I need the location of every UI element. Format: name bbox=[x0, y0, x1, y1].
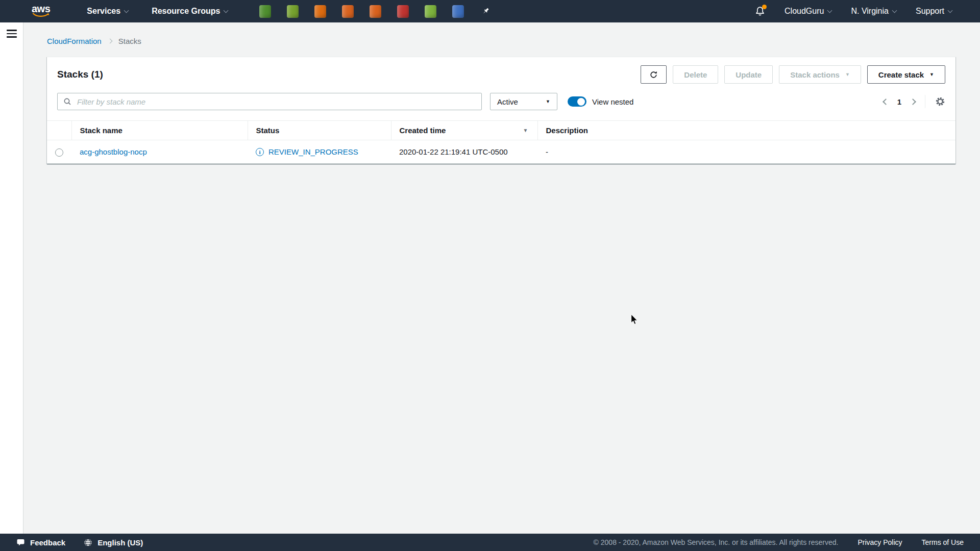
support-label: Support bbox=[916, 7, 944, 16]
search-icon bbox=[63, 97, 71, 106]
created-time-label: Created time bbox=[400, 126, 446, 135]
created-time-value: 2020-01-22 21:19:41 UTC-0500 bbox=[391, 140, 537, 164]
divider bbox=[925, 95, 925, 108]
speech-bubble-icon bbox=[16, 538, 25, 546]
status-link[interactable]: REVIEW_IN_PROGRESS bbox=[268, 147, 358, 156]
main-shell: CloudFormation Stacks Stacks (1) bbox=[0, 22, 980, 534]
top-nav-bar: aws Services Resource Groups bbox=[0, 0, 980, 22]
row-select-radio[interactable] bbox=[55, 148, 63, 157]
pinned-service-icon-7[interactable] bbox=[425, 5, 436, 18]
terms-of-use-link[interactable]: Terms of Use bbox=[922, 538, 964, 546]
create-stack-button[interactable]: Create stack ▼ bbox=[867, 65, 945, 84]
nav-services-label: Services bbox=[87, 7, 120, 16]
nav-services-menu[interactable]: Services bbox=[87, 7, 128, 16]
top-nav-right: CloudGuru N. Virginia Support bbox=[755, 6, 952, 17]
delete-button[interactable]: Delete bbox=[673, 65, 718, 84]
toggle-knob bbox=[577, 98, 585, 106]
pushpin-icon[interactable] bbox=[480, 5, 492, 18]
side-navigation-rail bbox=[0, 22, 23, 534]
breadcrumb-stacks: Stacks bbox=[118, 37, 141, 45]
feedback-label: Feedback bbox=[30, 538, 65, 547]
preferences-gear-icon[interactable] bbox=[935, 96, 945, 107]
stack-count: (1) bbox=[91, 69, 103, 80]
stack-filter-input[interactable] bbox=[76, 97, 476, 107]
sort-descending-icon: ▼ bbox=[523, 128, 528, 133]
nav-resource-groups-menu[interactable]: Resource Groups bbox=[152, 7, 228, 16]
pagination: 1 bbox=[884, 95, 945, 108]
main-content: CloudFormation Stacks Stacks (1) bbox=[23, 22, 980, 164]
chevron-down-icon bbox=[124, 8, 129, 13]
stacks-panel: Stacks (1) Delete Update bbox=[47, 57, 955, 164]
region-menu[interactable]: N. Virginia bbox=[851, 7, 896, 16]
pinned-service-icon-1[interactable] bbox=[259, 5, 271, 18]
chevron-down-icon bbox=[948, 8, 953, 13]
copyright-text: © 2008 - 2020, Amazon Web Services, Inc.… bbox=[594, 538, 839, 546]
status-filter-select[interactable]: Active ▼ bbox=[490, 93, 557, 110]
aws-logo-text: aws bbox=[32, 5, 50, 13]
stack-actions-dropdown-button[interactable]: Stack actions ▼ bbox=[779, 65, 861, 84]
refresh-button[interactable] bbox=[641, 65, 667, 84]
footer-right: © 2008 - 2020, Amazon Web Services, Inc.… bbox=[594, 538, 964, 546]
account-label: CloudGuru bbox=[785, 7, 824, 16]
chevron-down-icon: ▼ bbox=[929, 72, 934, 77]
column-header-description: Description bbox=[537, 121, 955, 140]
column-header-stack-name: Stack name bbox=[71, 121, 248, 140]
hamburger-menu-icon[interactable] bbox=[7, 30, 17, 40]
column-header-created-time[interactable]: Created time ▼ bbox=[391, 121, 537, 140]
pinned-service-icon-6[interactable] bbox=[397, 5, 409, 18]
pinned-service-icon-5[interactable] bbox=[370, 5, 381, 18]
account-menu[interactable]: CloudGuru bbox=[785, 7, 831, 16]
info-icon[interactable]: i bbox=[256, 148, 264, 156]
feedback-button[interactable]: Feedback bbox=[16, 538, 65, 547]
notifications-bell-icon[interactable] bbox=[755, 6, 765, 17]
console-footer: Feedback English (US) © 2008 - 2020, Ama… bbox=[0, 534, 980, 551]
support-menu[interactable]: Support bbox=[916, 7, 952, 16]
pinned-service-icon-4[interactable] bbox=[342, 5, 354, 18]
region-label: N. Virginia bbox=[851, 7, 889, 16]
language-selector[interactable]: English (US) bbox=[84, 538, 143, 547]
refresh-icon bbox=[649, 70, 658, 79]
view-nested-label: View nested bbox=[592, 97, 633, 106]
breadcrumb-cloudformation-link[interactable]: CloudFormation bbox=[47, 37, 102, 45]
pinned-service-icon-3[interactable] bbox=[314, 5, 326, 18]
status-badge: i REVIEW_IN_PROGRESS bbox=[256, 147, 390, 156]
aws-console: aws Services Resource Groups bbox=[0, 0, 980, 551]
nav-resource-groups-label: Resource Groups bbox=[152, 7, 220, 16]
language-label: English (US) bbox=[97, 538, 143, 547]
select-all-column-header bbox=[47, 121, 71, 140]
stacks-panel-header: Stacks (1) Delete Update bbox=[47, 57, 955, 93]
page-title-text: Stacks bbox=[57, 69, 88, 80]
pinned-service-icon-2[interactable] bbox=[287, 5, 299, 18]
status-filter-value: Active bbox=[497, 97, 518, 106]
stack-filter-box bbox=[57, 93, 482, 110]
pinned-service-icon-8[interactable] bbox=[452, 5, 464, 18]
update-button[interactable]: Update bbox=[724, 65, 773, 84]
next-page-button[interactable] bbox=[910, 98, 916, 105]
privacy-policy-link[interactable]: Privacy Policy bbox=[857, 538, 902, 546]
stack-actions-label: Stack actions bbox=[790, 70, 840, 79]
pinned-services-bar bbox=[259, 5, 492, 18]
breadcrumb: CloudFormation Stacks bbox=[47, 37, 955, 45]
view-nested-toggle[interactable] bbox=[568, 96, 586, 107]
current-page-number[interactable]: 1 bbox=[896, 97, 903, 106]
view-nested-control: View nested bbox=[568, 96, 633, 107]
aws-logo[interactable]: aws bbox=[32, 5, 50, 18]
table-row: acg-ghostblog-nocp i REVIEW_IN_PROGRESS … bbox=[47, 140, 955, 164]
create-stack-label: Create stack bbox=[878, 70, 924, 79]
description-value: - bbox=[537, 140, 955, 164]
column-header-status: Status bbox=[248, 121, 391, 140]
aws-smile-icon bbox=[32, 13, 50, 18]
stack-name-link[interactable]: acg-ghostblog-nocp bbox=[80, 147, 147, 156]
mouse-cursor bbox=[629, 314, 639, 325]
globe-icon bbox=[84, 538, 92, 547]
top-nav-left: aws Services Resource Groups bbox=[0, 0, 492, 22]
footer-left: Feedback English (US) bbox=[16, 538, 143, 547]
chevron-down-icon: ▼ bbox=[845, 72, 850, 77]
chevron-down-icon bbox=[892, 8, 897, 13]
previous-page-button[interactable] bbox=[883, 98, 889, 105]
filter-row: Active ▼ View nested 1 bbox=[47, 93, 955, 120]
table-header-row: Stack name Status Created time ▼ Descrip… bbox=[47, 121, 955, 140]
stacks-table: Stack name Status Created time ▼ Descrip… bbox=[47, 120, 955, 164]
chevron-down-icon: ▼ bbox=[546, 99, 550, 104]
page-title: Stacks (1) bbox=[57, 69, 103, 80]
